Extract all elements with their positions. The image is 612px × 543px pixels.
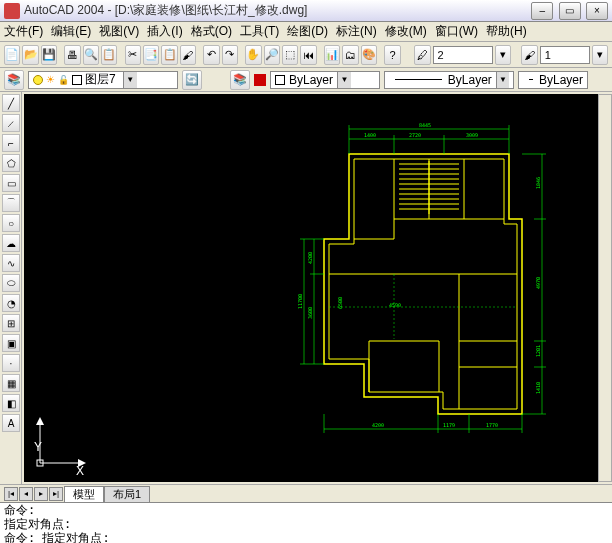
circle-icon[interactable]: ○ bbox=[2, 214, 20, 232]
paste-icon[interactable]: 📋 bbox=[161, 45, 177, 65]
text-icon[interactable]: A bbox=[2, 414, 20, 432]
menu-insert[interactable]: 插入(I) bbox=[147, 23, 182, 40]
line-sample-icon bbox=[395, 79, 442, 80]
maximize-button[interactable]: ▭ bbox=[559, 2, 581, 20]
point-icon[interactable]: · bbox=[2, 354, 20, 372]
tpalette-icon[interactable]: 🎨 bbox=[361, 45, 377, 65]
chevron-down-icon[interactable]: ▼ bbox=[496, 72, 509, 88]
properties-icon[interactable]: 📊 bbox=[324, 45, 340, 65]
lineweight-dropdown[interactable]: ByLayer bbox=[518, 71, 588, 89]
chevron-down-icon[interactable]: ▼ bbox=[123, 72, 137, 88]
polygon-icon[interactable]: ⬠ bbox=[2, 154, 20, 172]
open-icon[interactable]: 📂 bbox=[22, 45, 38, 65]
menu-file[interactable]: 文件(F) bbox=[4, 23, 43, 40]
tab-first-icon[interactable]: |◂ bbox=[4, 487, 18, 501]
menu-window[interactable]: 窗口(W) bbox=[435, 23, 478, 40]
pline-icon[interactable]: ⌐ bbox=[2, 134, 20, 152]
spline-icon[interactable]: ∿ bbox=[2, 254, 20, 272]
help-icon[interactable]: ? bbox=[384, 45, 400, 65]
command-window[interactable]: 命令: 指定对角点: 命令: 指定对角点: bbox=[0, 502, 612, 543]
svg-text:2720: 2720 bbox=[409, 132, 421, 138]
close-button[interactable]: × bbox=[586, 2, 608, 20]
dropdown-icon[interactable]: ▾ bbox=[495, 45, 511, 65]
arc-icon[interactable]: ⌒ bbox=[2, 194, 20, 212]
svg-text:3600: 3600 bbox=[307, 307, 313, 319]
linetype-label: ByLayer bbox=[448, 73, 492, 87]
zoom-prev-icon[interactable]: ⏮ bbox=[300, 45, 316, 65]
menu-view[interactable]: 视图(V) bbox=[99, 23, 139, 40]
zoom-rt-icon[interactable]: 🔎 bbox=[264, 45, 280, 65]
new-icon[interactable]: 📄 bbox=[4, 45, 20, 65]
color-dropdown[interactable]: ByLayer ▼ bbox=[270, 71, 380, 89]
tab-layout1[interactable]: 布局1 bbox=[104, 486, 150, 502]
menu-tools[interactable]: 工具(T) bbox=[240, 23, 279, 40]
menu-edit[interactable]: 编辑(E) bbox=[51, 23, 91, 40]
tab-last-icon[interactable]: ▸| bbox=[49, 487, 63, 501]
svg-text:4970: 4970 bbox=[535, 277, 541, 289]
tab-next-icon[interactable]: ▸ bbox=[34, 487, 48, 501]
svg-text:1410: 1410 bbox=[535, 382, 541, 394]
menu-modify[interactable]: 修改(M) bbox=[385, 23, 427, 40]
copy-icon[interactable]: 📑 bbox=[143, 45, 159, 65]
minimize-button[interactable]: – bbox=[531, 2, 553, 20]
rect-icon[interactable]: ▭ bbox=[2, 174, 20, 192]
window-title: AutoCAD 2004 - [D:\家庭装修\图纸\长江村_修改.dwg] bbox=[24, 2, 529, 19]
match-icon[interactable]: 🖌 bbox=[180, 45, 196, 65]
menu-help[interactable]: 帮助(H) bbox=[486, 23, 527, 40]
block-icon[interactable]: ▣ bbox=[2, 334, 20, 352]
linetype-dropdown[interactable]: ByLayer ▼ bbox=[384, 71, 514, 89]
chevron-down-icon[interactable]: ▼ bbox=[337, 72, 351, 88]
menu-format[interactable]: 格式(O) bbox=[191, 23, 232, 40]
linetype-input[interactable] bbox=[433, 46, 493, 64]
xline-icon[interactable]: ⟋ bbox=[2, 114, 20, 132]
lineweight-input[interactable] bbox=[540, 46, 590, 64]
svg-text:4200: 4200 bbox=[372, 422, 384, 428]
cut-icon[interactable]: ✂ bbox=[125, 45, 141, 65]
layout-tabs: |◂ ◂ ▸ ▸| 模型 布局1 bbox=[0, 484, 612, 502]
menu-dimension[interactable]: 标注(N) bbox=[336, 23, 377, 40]
layer-mgr-icon[interactable]: 📚 bbox=[4, 70, 24, 90]
drawing-canvas[interactable]: 8445 1400 2720 3009 4200 1179 1770 11700 bbox=[24, 94, 598, 482]
bulb-icon bbox=[33, 75, 43, 85]
tab-model[interactable]: 模型 bbox=[64, 486, 104, 502]
svg-text:3009: 3009 bbox=[466, 132, 478, 138]
save-icon[interactable]: 💾 bbox=[41, 45, 57, 65]
menu-draw[interactable]: 绘图(D) bbox=[287, 23, 328, 40]
line-icon[interactable]: ╱ bbox=[2, 94, 20, 112]
cmd-line-1: 命令: bbox=[0, 503, 612, 517]
ellipse-icon[interactable]: ⬭ bbox=[2, 274, 20, 292]
brush-icon[interactable]: 🖊 bbox=[414, 45, 430, 65]
dcenter-icon[interactable]: 🗂 bbox=[342, 45, 358, 65]
preview-icon[interactable]: 🔍 bbox=[83, 45, 99, 65]
square-icon bbox=[275, 75, 285, 85]
layer-toolbar: 📚 ☀ 🔓 图层7 ▼ 🔄 📚 ByLayer ▼ ByLayer ▼ ByLa… bbox=[0, 68, 612, 92]
svg-text:4590: 4590 bbox=[389, 302, 401, 308]
layers2-icon[interactable]: 📚 bbox=[230, 70, 250, 90]
zoom-win-icon[interactable]: ⬚ bbox=[282, 45, 298, 65]
svg-text:1201: 1201 bbox=[535, 345, 541, 357]
draw-toolbar: ╱ ⟋ ⌐ ⬠ ▭ ⌒ ○ ☁ ∿ ⬭ ◔ ⊞ ▣ · ▦ ◧ A bbox=[0, 92, 22, 484]
app-icon bbox=[4, 3, 20, 19]
print-icon[interactable]: 🖶 bbox=[64, 45, 80, 65]
menubar: 文件(F) 编辑(E) 视图(V) 插入(I) 格式(O) 工具(T) 绘图(D… bbox=[0, 22, 612, 42]
floor-plan: 8445 1400 2720 3009 4200 1179 1770 11700 bbox=[294, 119, 574, 449]
revcloud-icon[interactable]: ☁ bbox=[2, 234, 20, 252]
earc-icon[interactable]: ◔ bbox=[2, 294, 20, 312]
brush2-icon[interactable]: 🖌 bbox=[521, 45, 537, 65]
pan-icon[interactable]: ✋ bbox=[245, 45, 261, 65]
region-icon[interactable]: ◧ bbox=[2, 394, 20, 412]
insert-icon[interactable]: ⊞ bbox=[2, 314, 20, 332]
svg-text:8445: 8445 bbox=[419, 122, 431, 128]
cmd-line-2: 指定对角点: bbox=[0, 517, 612, 531]
undo-icon[interactable]: ↶ bbox=[203, 45, 219, 65]
layer-prev-icon[interactable]: 🔄 bbox=[182, 70, 202, 90]
tab-prev-icon[interactable]: ◂ bbox=[19, 487, 33, 501]
hatch-icon[interactable]: ▦ bbox=[2, 374, 20, 392]
svg-text:1770: 1770 bbox=[486, 422, 498, 428]
publish-icon[interactable]: 📋 bbox=[101, 45, 117, 65]
layer-dropdown[interactable]: ☀ 🔓 图层7 ▼ bbox=[28, 71, 178, 89]
vertical-scrollbar[interactable] bbox=[598, 94, 612, 482]
dropdown2-icon[interactable]: ▾ bbox=[592, 45, 608, 65]
color-red-icon[interactable] bbox=[254, 74, 266, 86]
redo-icon[interactable]: ↷ bbox=[222, 45, 238, 65]
